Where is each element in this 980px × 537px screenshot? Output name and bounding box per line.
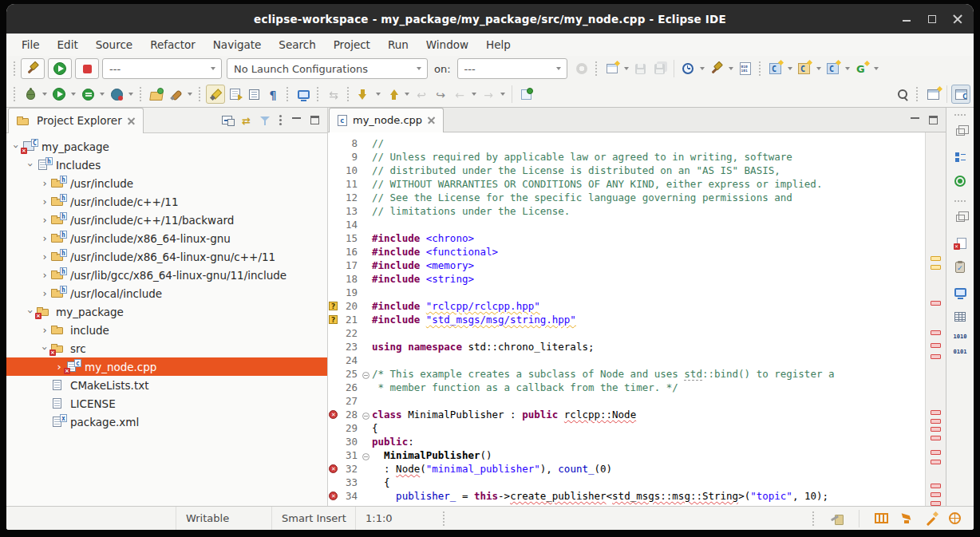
next-edit-location-button[interactable] [431,85,450,104]
mark-occurrences-toggle[interactable] [206,85,225,104]
menu-file[interactable]: File [13,34,49,56]
previous-annotation-button[interactable] [383,85,402,104]
error-marker[interactable] [931,330,941,335]
maximize-editor-icon[interactable] [929,116,938,124]
outline-view-button[interactable] [951,148,969,165]
maximize-view-icon[interactable] [310,116,319,124]
error-marker[interactable] [931,436,941,440]
new-c-file-button[interactable] [824,59,843,78]
code-text[interactable]: // distributed under the License is dist… [372,164,780,177]
expand-arrow-icon[interactable]: › [38,247,51,266]
chevron-down-icon[interactable] [700,67,705,70]
chevron-down-icon[interactable] [472,93,476,96]
tab-my-node-cpp[interactable]: my_node.cpp [329,108,444,132]
code-text[interactable]: // See the License for the specific lang… [372,191,792,204]
toolbar-drag-handle[interactable] [14,61,17,76]
expand-arrow-icon[interactable]: › [38,211,51,229]
close-window-icon[interactable] [953,14,962,24]
code-text[interactable]: #include <string> [372,272,474,286]
expand-arrow-icon[interactable]: › [38,229,51,247]
tree-item--usr-include-c-11[interactable]: ›h/usr/include/c++/11 [6,192,327,211]
expand-arrow-icon[interactable]: › [38,266,51,284]
debug-history-button[interactable] [678,59,697,78]
run-button[interactable] [48,58,72,79]
new-c-folder-button[interactable] [795,59,814,78]
build-button[interactable] [21,58,45,79]
code-text[interactable]: { [372,476,390,489]
save-all-button[interactable] [650,59,670,78]
tree-item-src[interactable]: ›×src [6,339,327,357]
warning-marker[interactable] [931,256,941,261]
memory-view-button[interactable] [951,333,969,350]
build-all-button[interactable] [707,59,726,78]
pin-editor-button[interactable] [516,85,535,104]
error-marker-icon[interactable] [329,464,338,473]
launch-target-combo[interactable]: --- [457,58,567,79]
code-text[interactable]: // WITHOUT WARRANTIES OR CONDITIONS OF A… [372,177,822,191]
show-outline-button[interactable] [244,85,263,104]
chevron-down-icon[interactable] [874,67,879,70]
save-button[interactable] [631,59,650,78]
forward-button[interactable] [479,85,498,104]
tree-item-license[interactable]: LICENSE [6,394,327,413]
code-viewport[interactable]: 8//9// Unless required by applicable law… [328,132,925,506]
code-text[interactable]: #include "std_msgs/msg/string.hpp" [372,313,576,326]
chevron-down-icon[interactable] [376,93,381,96]
profile-button[interactable] [107,85,126,104]
title-bar[interactable]: eclipse-workspace - my_package/my_packag… [6,4,974,34]
menu-edit[interactable]: Edit [49,34,87,56]
menu-search[interactable]: Search [270,34,324,56]
expand-arrow-icon[interactable]: › [38,321,51,339]
menu-navigate[interactable]: Navigate [204,34,271,56]
chevron-down-icon[interactable] [71,93,76,96]
tree-item--usr-include-x86-64-linux-gnu-c-11[interactable]: ›h/usr/include/x86_64-linux-gnu/c++/11 [6,247,327,266]
tree-item-package-xml[interactable]: xpackage.xml [6,413,327,431]
expand-arrow-icon[interactable]: › [38,284,51,302]
open-perspective-button[interactable] [923,85,942,104]
expand-arrow-icon[interactable]: › [38,192,51,211]
build-config-combo[interactable]: --- [102,58,222,79]
code-text[interactable]: { [372,421,378,435]
chevron-down-icon[interactable] [42,93,47,96]
launch-external-button[interactable] [166,85,185,104]
run-as-button[interactable] [49,85,69,104]
error-marker[interactable] [931,410,941,415]
tree-item--usr-local-include[interactable]: ›h/usr/local/include [6,284,327,302]
code-text[interactable]: MinimalPublisher() [372,448,492,462]
error-marker[interactable] [931,427,941,432]
code-text[interactable]: #include "rclcpp/rclcpp.hpp" [372,299,540,313]
fold-marker-icon[interactable] [362,453,369,460]
close-view-icon[interactable] [128,117,135,124]
open-console-button[interactable] [294,85,313,104]
tree-item--usr-include[interactable]: ›h/usr/include [6,174,327,192]
code-text[interactable]: // Unless required by applicable law or … [372,150,792,164]
fold-marker-icon[interactable] [362,372,369,379]
chevron-down-icon[interactable] [624,67,629,70]
code-text[interactable]: class MinimalPublisher : public rclcpp::… [372,408,636,421]
chevron-down-icon[interactable] [816,67,821,70]
search-button[interactable] [893,85,912,104]
error-marker[interactable] [931,343,941,348]
minimize-window-icon[interactable] [902,14,911,24]
show-whitespace-toggle[interactable] [263,85,283,104]
sidebar-drag-handle[interactable] [954,114,966,116]
profiling-button[interactable] [852,59,871,78]
fold-marker-icon[interactable] [362,413,369,420]
code-text[interactable]: using namespace std::chrono_literals; [372,340,594,353]
code-text[interactable]: #include <functional> [372,245,498,259]
console-view-button[interactable] [951,283,969,301]
binary-view-button[interactable] [736,59,755,78]
chevron-down-icon[interactable] [405,93,409,96]
error-marker[interactable] [931,354,941,359]
toolbar-drag-handle[interactable] [14,87,17,101]
close-tab-icon[interactable] [428,116,435,124]
code-text[interactable]: : Node("minimal_publisher"), count_(0) [372,462,612,476]
tree-item-include[interactable]: ›include [6,321,327,339]
problems-view-button[interactable] [951,234,969,251]
cpp-perspective-button[interactable] [951,85,970,104]
menu-window[interactable]: Window [417,34,477,56]
tips-wand-icon[interactable] [925,512,938,524]
unresolved-inclusion-icon[interactable]: ? [329,315,338,324]
chevron-down-icon[interactable] [100,93,105,96]
tab-project-explorer[interactable]: Project Explorer [8,108,144,133]
